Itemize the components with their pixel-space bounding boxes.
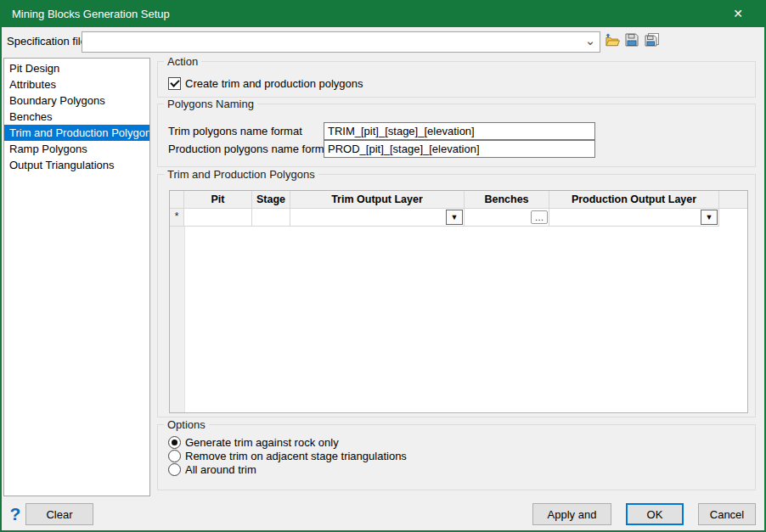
trim-production-polygons-group: Trim and Production Polygons Pit Stage T…	[157, 174, 756, 417]
specification-file-row: Specification file ⌄	[2, 27, 764, 56]
combobox-chevron-icon[interactable]: ⌄	[583, 32, 597, 52]
radio-row-all-around[interactable]: All around trim	[168, 464, 407, 475]
trim-options-radio-group: Generate trim against rock only Remove t…	[168, 437, 407, 475]
table-header-row: Pit Stage Trim Output Layer Benches Prod…	[170, 191, 747, 209]
footer-bar: ? Clear Apply and Run OK Cancel	[2, 499, 764, 530]
spec-file-toolbar	[605, 32, 659, 48]
create-polygons-checkbox-label[interactable]: Create trim and production polygons	[185, 77, 363, 90]
close-icon[interactable]: ✕	[725, 0, 751, 27]
specification-file-combobox[interactable]: ⌄	[82, 31, 600, 53]
radio-label-rock-only[interactable]: Generate trim against rock only	[185, 436, 339, 449]
sidebar-item-pit-design[interactable]: Pit Design	[4, 60, 149, 76]
radio-generate-trim-rock-only[interactable]	[168, 436, 181, 449]
ok-button[interactable]: OK	[626, 503, 684, 525]
cell-stage[interactable]	[252, 209, 290, 227]
ellipsis-icon: …	[535, 213, 544, 222]
title-bar: Mining Blocks Generation Setup ✕	[2, 0, 764, 27]
radio-label-remove-adjacent[interactable]: Remove trim on adjacent stage triangulat…	[185, 450, 407, 462]
table-row: * ▼ … ▼	[170, 209, 747, 227]
dialog-window: Mining Blocks Generation Setup ✕ Specifi…	[0, 0, 766, 532]
specification-file-label: Specification file	[7, 35, 87, 48]
radio-row-rock-only[interactable]: Generate trim against rock only	[168, 437, 407, 448]
column-header-filler	[719, 191, 747, 209]
clear-button[interactable]: Clear	[25, 503, 93, 525]
save-as-icon[interactable]	[644, 32, 659, 48]
sidebar-item-attributes[interactable]: Attributes	[4, 76, 149, 92]
cell-trim-output-layer[interactable]: ▼	[290, 209, 465, 227]
help-icon[interactable]: ?	[7, 503, 24, 525]
cancel-button[interactable]: Cancel	[698, 503, 756, 525]
sidebar-item-trim-and-production-polygons[interactable]: Trim and Production Polygons	[4, 125, 149, 141]
options-group-label: Options	[164, 418, 209, 431]
dropdown-arrow-icon: ▼	[706, 214, 713, 221]
sidebar-item-benches[interactable]: Benches	[4, 109, 149, 125]
create-polygons-checkbox[interactable]	[168, 77, 181, 90]
sidebar-item-output-triangulations[interactable]: Output Triangulations	[4, 157, 149, 173]
production-layer-dropdown-button[interactable]: ▼	[701, 210, 718, 225]
open-folder-icon[interactable]	[605, 32, 620, 48]
trim-production-polygons-group-label: Trim and Production Polygons	[164, 168, 318, 181]
radio-all-around-trim[interactable]	[168, 463, 181, 476]
cell-filler	[719, 209, 747, 227]
production-name-format-label: Production polygons name format	[168, 140, 333, 158]
benches-ellipsis-button[interactable]: …	[531, 210, 548, 224]
trim-name-format-label: Trim polygons name format	[168, 122, 302, 140]
new-row-indicator[interactable]: *	[170, 209, 184, 227]
production-name-format-input[interactable]	[324, 140, 595, 158]
column-header-pit[interactable]: Pit	[184, 191, 252, 209]
cell-benches[interactable]: …	[465, 209, 549, 227]
polygons-naming-group-label: Polygons Naming	[164, 98, 257, 110]
radio-remove-trim-adjacent[interactable]	[168, 450, 181, 462]
create-polygons-checkbox-row[interactable]: Create trim and production polygons	[168, 77, 363, 90]
sidebar-item-boundary-polygons[interactable]: Boundary Polygons	[4, 92, 149, 109]
polygons-table: Pit Stage Trim Output Layer Benches Prod…	[169, 190, 748, 413]
cell-pit[interactable]	[184, 209, 252, 227]
dropdown-arrow-icon: ▼	[451, 214, 459, 221]
column-header-benches[interactable]: Benches	[465, 191, 549, 209]
action-group: Action Create trim and production polygo…	[157, 61, 756, 98]
sidebar-item-ramp-polygons[interactable]: Ramp Polygons	[4, 141, 149, 157]
options-group: Options Generate trim against rock only …	[157, 424, 756, 490]
column-header-stage[interactable]: Stage	[252, 191, 290, 209]
polygons-naming-group: Polygons Naming Trim polygons name forma…	[157, 104, 756, 167]
specification-file-input[interactable]	[85, 33, 583, 51]
radio-label-all-around[interactable]: All around trim	[185, 463, 256, 476]
trim-layer-dropdown-button[interactable]: ▼	[446, 210, 463, 225]
action-group-label: Action	[164, 55, 201, 68]
window-title: Mining Blocks Generation Setup	[12, 8, 170, 20]
row-header-column-strip	[170, 227, 185, 412]
column-header-trim-output-layer[interactable]: Trim Output Layer	[290, 191, 465, 209]
cell-production-output-layer[interactable]: ▼	[549, 209, 719, 227]
apply-and-run-button[interactable]: Apply and Run	[532, 503, 611, 525]
section-list: Pit Design Attributes Boundary Polygons …	[3, 58, 150, 496]
radio-row-remove-adjacent[interactable]: Remove trim on adjacent stage triangulat…	[168, 451, 407, 462]
column-header-production-output-layer[interactable]: Production Output Layer	[549, 191, 719, 209]
trim-name-format-input[interactable]	[324, 122, 595, 140]
save-icon[interactable]	[624, 32, 639, 48]
header-row-selector-cell[interactable]	[170, 191, 184, 209]
